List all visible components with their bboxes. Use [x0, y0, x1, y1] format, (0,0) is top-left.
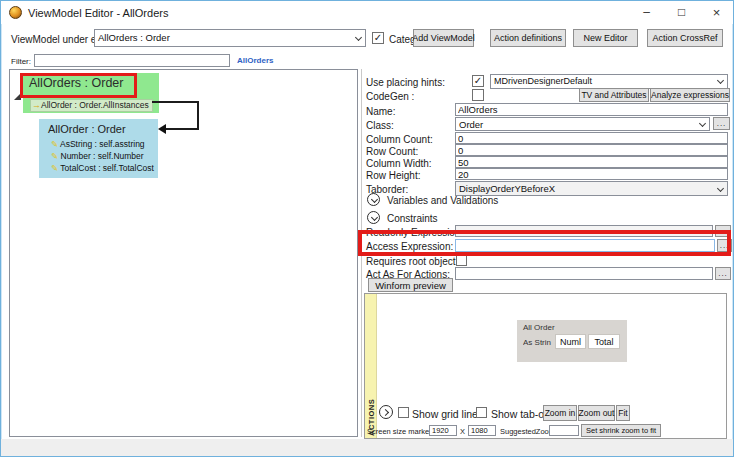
- child-node[interactable]: AllOrder : Order ✎ AsString : self.asstr…: [39, 119, 158, 178]
- use-placing-hints-label: Use placing hints:: [366, 77, 445, 88]
- viewmodel-combo[interactable]: AllOrders : Order: [94, 29, 366, 47]
- requires-root-checkbox[interactable]: [456, 255, 467, 266]
- preview-grid-row-label: As Strin: [523, 338, 555, 347]
- tree-expander-icon[interactable]: [13, 92, 22, 101]
- root-node-item[interactable]: → AllOrder : Order.AllInstances: [30, 99, 153, 112]
- requires-root-label: Requires root object:: [366, 256, 458, 267]
- suggested-zoom-label: SuggestedZoom: [500, 427, 555, 436]
- preview-grid-cell[interactable]: Numl: [555, 334, 586, 349]
- zoom-in-button[interactable]: Zoom in: [543, 405, 577, 421]
- actions-expand-button[interactable]: [379, 405, 393, 419]
- constraints-expander-icon[interactable]: [367, 211, 380, 224]
- analyze-expressions-button[interactable]: Analyze expressions: [650, 88, 730, 102]
- act-as-ellipsis-button[interactable]: ...: [715, 267, 731, 280]
- column-count-label: Column Count:: [366, 134, 433, 145]
- chevron-down-icon: [717, 185, 724, 192]
- taborder-combo-value: DisplayOrderYBeforeX: [459, 183, 555, 194]
- screen-width-input[interactable]: [429, 425, 457, 436]
- child-item-label: Number : self.Number: [61, 151, 144, 161]
- child-node-item[interactable]: ✎ TotalCost : self.TotalCost: [51, 163, 154, 173]
- row-count-input[interactable]: [455, 144, 728, 156]
- child-node-item[interactable]: ✎ AsString : self.asstring: [51, 139, 145, 149]
- maximize-button[interactable]: □: [666, 1, 697, 23]
- connector-line: [165, 128, 199, 130]
- row-height-label: Row Height:: [366, 170, 420, 181]
- action-crossref-button[interactable]: Action CrossRef: [647, 29, 723, 47]
- pencil-icon: ✎: [51, 151, 58, 161]
- tv-and-attributes-button[interactable]: TV and Attributes: [579, 88, 649, 102]
- suggested-zoom-input[interactable]: [549, 425, 579, 436]
- variables-expander-label[interactable]: Variables and Validations: [387, 195, 498, 206]
- column-width-label: Column Width:: [366, 158, 432, 169]
- zoom-out-button[interactable]: Zoom out: [578, 405, 615, 421]
- viewmodel-editor-window: ViewModel Editor - AllOrders – □ × ViewM…: [0, 0, 734, 457]
- codegen-checkbox[interactable]: [472, 89, 484, 101]
- categ-checkbox[interactable]: ✓: [372, 32, 384, 44]
- row-count-label: Row Count:: [366, 146, 418, 157]
- pencil-icon: ✎: [51, 163, 58, 173]
- act-as-for-actions-input[interactable]: [455, 267, 713, 280]
- child-node-item[interactable]: ✎ Number : self.Number: [51, 151, 144, 161]
- minimize-button[interactable]: –: [631, 1, 662, 23]
- child-node-title[interactable]: AllOrder : Order: [48, 123, 126, 135]
- placing-hints-combo-value: MDrivenDesignerDefault: [494, 76, 592, 86]
- link-arrow-icon: →: [32, 100, 41, 111]
- name-label: Name:: [366, 106, 395, 117]
- fit-button[interactable]: Fit: [616, 405, 630, 421]
- column-count-input[interactable]: [455, 132, 728, 144]
- variables-expander-icon[interactable]: [367, 193, 380, 206]
- chevron-down-icon: [699, 120, 706, 127]
- filter-input[interactable]: [34, 54, 230, 67]
- connector-line: [152, 101, 199, 103]
- access-expression-input[interactable]: [455, 239, 715, 252]
- winform-preview-button[interactable]: Winform preview: [368, 278, 453, 292]
- show-grid-lines-checkbox[interactable]: [398, 407, 409, 418]
- pencil-icon: ✎: [51, 139, 58, 149]
- panel-splitter[interactable]: [361, 69, 362, 437]
- access-ellipsis-button[interactable]: ...: [717, 239, 732, 252]
- codegen-label: CodeGen :: [366, 91, 414, 102]
- class-ellipsis-button[interactable]: ...: [713, 117, 730, 130]
- row-height-input[interactable]: [455, 168, 728, 180]
- filter-label: Filter:: [11, 57, 31, 66]
- root-node-title[interactable]: AllOrders : Order: [29, 76, 123, 90]
- child-item-label: AsString : self.asstring: [60, 139, 145, 149]
- add-viewmodel-button[interactable]: Add ViewModel: [413, 29, 474, 47]
- status-strip: [1, 439, 733, 456]
- name-input[interactable]: [455, 103, 728, 116]
- access-expression-label: Access Expression:: [366, 241, 453, 252]
- show-grid-lines-label: Show grid lines: [412, 408, 483, 420]
- screen-size-marker-label: Screen size marker: [367, 427, 432, 436]
- title-bar: ViewModel Editor - AllOrders – □ ×: [1, 1, 733, 24]
- preview-grid[interactable]: All Order As Strin Numl Total: [517, 320, 627, 362]
- screen-height-input[interactable]: [468, 425, 496, 436]
- class-combo[interactable]: Order: [455, 117, 710, 131]
- set-shrink-zoom-button[interactable]: Set shrink zoom to fit: [581, 424, 661, 437]
- taborder-combo[interactable]: DisplayOrderYBeforeX: [455, 181, 728, 196]
- preview-grid-cell[interactable]: Total: [588, 334, 620, 349]
- connector-arrowhead-icon: [158, 124, 166, 134]
- connector-line: [197, 101, 199, 130]
- chevron-down-icon: [717, 77, 724, 84]
- filter-link[interactable]: AllOrders: [237, 56, 273, 65]
- preview-panel: ACTIONS All Order As Strin Numl Total Sh…: [364, 293, 727, 439]
- window-title: ViewModel Editor - AllOrders: [28, 7, 168, 19]
- viewmodel-combo-value: AllOrders : Order: [98, 32, 170, 43]
- action-definitions-button[interactable]: Action definitions: [490, 29, 566, 47]
- class-label: Class:: [366, 120, 394, 131]
- use-placing-hints-checkbox[interactable]: ✓: [472, 75, 484, 87]
- show-tab-order-checkbox[interactable]: [476, 407, 487, 418]
- new-editor-button[interactable]: New Editor: [573, 29, 638, 47]
- screen-size-x-label: X: [460, 427, 465, 436]
- preview-grid-title: All Order: [523, 323, 555, 332]
- root-node[interactable]: AllOrders : Order → AllOrder : Order.All…: [23, 73, 159, 113]
- class-combo-value: Order: [459, 119, 483, 130]
- readonly-ellipsis-button[interactable]: ...: [715, 225, 731, 237]
- app-icon: [9, 6, 22, 19]
- column-width-input[interactable]: [455, 156, 728, 168]
- constraints-expander-label[interactable]: Constraints: [387, 213, 438, 224]
- close-button[interactable]: ×: [701, 1, 732, 23]
- placing-hints-combo[interactable]: MDrivenDesignerDefault: [490, 74, 728, 89]
- readonly-expression-input[interactable]: [455, 225, 713, 237]
- child-item-label: TotalCost : self.TotalCost: [60, 163, 154, 173]
